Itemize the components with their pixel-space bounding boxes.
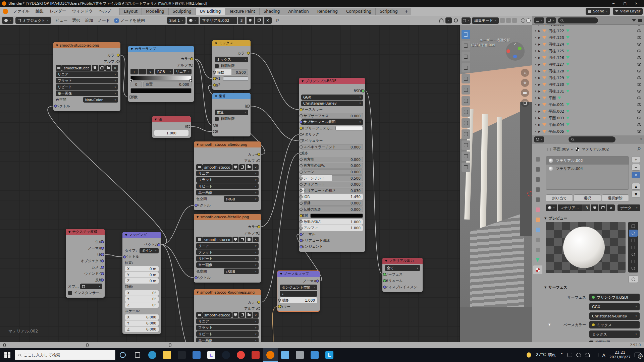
outliner-row[interactable]: ▶円柱.122: [532, 27, 644, 34]
socket-in[interactable]: [195, 276, 198, 279]
socket-out[interactable]: [101, 253, 104, 256]
dropdown[interactable]: ポイント∨: [140, 248, 159, 253]
uv-map-field[interactable]: •: [280, 291, 317, 297]
navigation-gizmo[interactable]: Z: [506, 42, 525, 61]
node-texcoord[interactable]: ▼テクスチャ座標生成ノーマルUVオブジェクトカメラウィンドウ反射オブ...⦁イン…: [66, 229, 105, 298]
interpolation-dropdown[interactable]: リニア∨: [174, 69, 192, 74]
taskbar-app-photos[interactable]: [307, 348, 322, 362]
viewport-tool-3[interactable]: [462, 63, 470, 72]
image-name-field[interactable]: smooth-stucco-...: [202, 164, 232, 170]
node-header[interactable]: ▼値: [152, 116, 191, 122]
preview-type-shaderball[interactable]: [629, 251, 638, 258]
taskbar-app-explorer[interactable]: [160, 348, 174, 362]
notification-center-icon[interactable]: 2: [635, 353, 641, 357]
dropdown[interactable]: 全て∨: [385, 265, 420, 271]
add-stop-button[interactable]: +: [130, 69, 138, 74]
socket-in[interactable]: [213, 83, 216, 86]
dropdown[interactable]: sRGB∨: [224, 196, 259, 202]
material-slot[interactable]: マテリアル.004: [546, 165, 629, 173]
menu-レンダー[interactable]: レンダー: [47, 7, 69, 15]
node-link[interactable]: [365, 91, 382, 274]
socket-out[interactable]: [101, 240, 104, 243]
collapse-icon[interactable]: ▼: [302, 80, 304, 83]
collapse-icon[interactable]: ▼: [280, 273, 282, 276]
properties-tab-object[interactable]: [533, 215, 542, 224]
node-header[interactable]: ▼乗算: [212, 93, 251, 99]
socket-in[interactable]: [300, 233, 303, 236]
dropdown[interactable]: リニア∨: [56, 71, 118, 77]
minimize-button[interactable]: ─: [608, 0, 619, 7]
number-field[interactable]: 1.000: [154, 130, 189, 136]
number-field[interactable]: Y0 m: [125, 272, 159, 278]
node-link[interactable]: [251, 106, 299, 141]
ortho-toggle-icon[interactable]: [521, 99, 529, 107]
node-mix[interactable]: ▼ミックスカラーミックス∨範囲制限係数0.500色1色2: [212, 40, 251, 90]
visibility-eye-icon[interactable]: [637, 56, 641, 59]
socket-out[interactable]: [247, 52, 250, 55]
dropdown[interactable]: GGX∨: [301, 95, 363, 100]
socket-out[interactable]: [101, 266, 104, 269]
expand-icon[interactable]: ▶: [538, 130, 540, 133]
visibility-eye-icon[interactable]: [637, 97, 641, 99]
outliner-row[interactable]: ▶円柱.124: [532, 41, 644, 48]
image-icon[interactable]: [196, 237, 202, 242]
socket-out[interactable]: [190, 57, 193, 60]
material-slot[interactable]: マテリアル.002: [546, 157, 629, 165]
view-layer-selector[interactable]: View Layer: [613, 8, 643, 15]
zoom-tool-icon[interactable]: [521, 69, 529, 77]
visibility-eye-icon[interactable]: [637, 29, 641, 32]
collapse-icon[interactable]: ▼: [197, 143, 199, 146]
task-view-button[interactable]: [130, 348, 145, 362]
scene-selector[interactable]: Scene∨: [586, 8, 610, 15]
image-icon[interactable]: [196, 312, 202, 318]
expand-icon[interactable]: ▶: [538, 43, 540, 46]
slot-specials-dropdown[interactable]: ∨: [632, 172, 640, 178]
visibility-eye-icon[interactable]: [637, 90, 641, 93]
expand-icon[interactable]: ▶: [538, 70, 540, 73]
move-slot-down-button[interactable]: ▼: [632, 191, 640, 197]
dropdown[interactable]: Non-Color∨: [83, 97, 118, 103]
properties-tab-object-data[interactable]: [533, 255, 542, 264]
shader-menu-選択[interactable]: 選択: [70, 17, 83, 24]
shading-solid-icon[interactable]: [526, 18, 531, 23]
socket-in[interactable]: [300, 245, 303, 248]
viewport-tool-0[interactable]: [462, 30, 470, 39]
collapse-icon[interactable]: ▼: [131, 48, 133, 51]
viewport-tool-1[interactable]: [462, 41, 470, 50]
number-field[interactable]: 伝播の粗さ0.000: [301, 206, 363, 212]
outliner-display-mode-dropdown[interactable]: ∨: [534, 17, 544, 23]
expand-icon[interactable]: ▶: [538, 103, 540, 106]
visibility-eye-icon[interactable]: [637, 117, 641, 119]
outliner-row[interactable]: ▶平面.004: [532, 121, 644, 128]
shader-type-dropdown[interactable]: オブジェクト∨: [15, 17, 51, 24]
socket-out[interactable]: [101, 279, 104, 282]
open-folder-button[interactable]: [105, 65, 111, 71]
node-mul[interactable]: ▼乗算値乗算∨範囲制限値値: [212, 93, 251, 136]
node-link[interactable]: [251, 53, 299, 110]
socket-in[interactable]: [300, 183, 303, 186]
number-field[interactable]: X0°: [125, 290, 159, 296]
fake-user-button[interactable]: [92, 65, 98, 71]
socket-out[interactable]: [257, 159, 260, 162]
number-field[interactable]: IOR1.450: [301, 194, 363, 200]
slot-dropdown[interactable]: Slot 1∨: [167, 17, 186, 24]
node-link[interactable]: [120, 55, 128, 97]
visibility-eye-icon[interactable]: [637, 70, 641, 72]
snap-magnet-icon[interactable]: [439, 18, 443, 22]
copy-button[interactable]: [239, 237, 245, 242]
fake-user-button[interactable]: [247, 17, 254, 24]
expand-icon[interactable]: ▶: [538, 83, 540, 86]
taskbar-app-acrobat[interactable]: [248, 348, 263, 362]
number-field[interactable]: クリアコートの粗さ0.030: [301, 188, 363, 194]
dropdown[interactable]: フラット∨: [56, 78, 118, 83]
number-field[interactable]: サブサーフェス0.000: [301, 113, 363, 119]
number-field[interactable]: 強さ1.000: [280, 297, 317, 303]
image-icon[interactable]: [196, 164, 202, 170]
node-val[interactable]: ▼値値1.000: [152, 116, 191, 138]
node-header[interactable]: ▼テクスチャ座標: [66, 229, 105, 235]
breadcrumb-material[interactable]: マテリアル.002: [582, 147, 609, 152]
node-link[interactable]: [268, 307, 277, 342]
expand-icon[interactable]: ▶: [538, 29, 540, 33]
fake-user-button[interactable]: [232, 164, 238, 170]
remove-slot-button[interactable]: −: [632, 164, 640, 171]
